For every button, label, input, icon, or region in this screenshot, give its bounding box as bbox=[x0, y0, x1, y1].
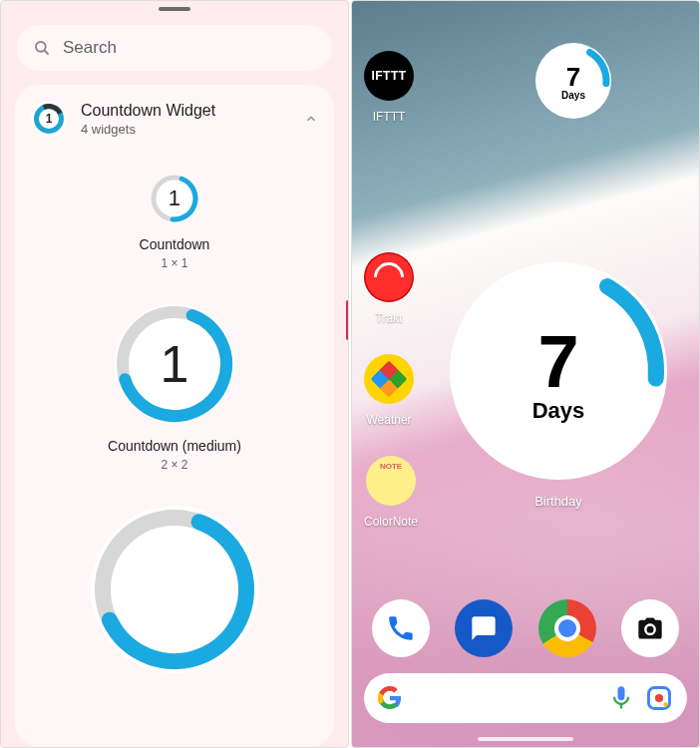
app-label: Weather bbox=[366, 413, 411, 427]
svg-point-13 bbox=[663, 702, 667, 706]
dock-messages[interactable] bbox=[455, 599, 513, 657]
widget-search-bar[interactable]: Search bbox=[17, 25, 332, 71]
app-label: IFTTT bbox=[373, 110, 406, 124]
widget-preview-medium[interactable]: 1 Countdown (medium) 2 × 2 bbox=[108, 304, 241, 472]
lens-icon[interactable] bbox=[645, 684, 673, 712]
mic-icon[interactable] bbox=[607, 684, 635, 712]
app-label: ColorNote bbox=[364, 515, 418, 529]
app-trakt[interactable]: Trakt bbox=[364, 252, 414, 326]
weather-app-icon bbox=[364, 354, 414, 404]
preview-size: 1 × 1 bbox=[161, 256, 187, 270]
app-colornote[interactable]: ColorNote bbox=[364, 456, 418, 530]
ring-large-preview bbox=[91, 506, 258, 673]
widget-unit: Days bbox=[532, 398, 585, 424]
widget-picker-pane: Search 1 Countdown Widget 4 widgets 1 bbox=[0, 0, 349, 748]
widget-app-subtitle: 4 widgets bbox=[81, 122, 304, 137]
dock bbox=[364, 599, 687, 657]
preview-value: 1 bbox=[161, 334, 189, 394]
nav-gesture-bar[interactable] bbox=[478, 737, 573, 741]
countdown-widget-big[interactable]: 7 Days bbox=[450, 262, 667, 480]
widget-preview-list: 1 Countdown 1 × 1 1 Countdown (medium) 2… bbox=[15, 145, 334, 747]
countdown-app-icon: 1 bbox=[31, 101, 67, 137]
chevron-up-icon bbox=[304, 112, 318, 126]
dock-phone[interactable] bbox=[372, 599, 430, 657]
countdown-ring-icon bbox=[91, 506, 258, 673]
ifttt-badge-text: IFTTT bbox=[371, 69, 406, 83]
dock-camera[interactable] bbox=[621, 599, 679, 657]
camera-icon bbox=[636, 614, 664, 642]
ring-small-preview: 1 bbox=[151, 175, 198, 222]
app-label: Trakt bbox=[376, 311, 403, 325]
dock-chrome[interactable] bbox=[538, 599, 596, 657]
google-g-icon bbox=[378, 686, 402, 710]
drag-handle-icon[interactable] bbox=[159, 7, 190, 11]
ring-medium-preview: 1 bbox=[115, 304, 234, 424]
colornote-app-icon bbox=[366, 456, 416, 506]
sheet-handle-area[interactable] bbox=[1, 1, 348, 11]
app-weather[interactable]: Weather bbox=[364, 354, 414, 428]
widget-preview-large[interactable] bbox=[91, 506, 258, 673]
svg-point-10 bbox=[646, 626, 653, 633]
home-screen-pane: IFTTT IFTTT Trakt Weather ColorNote 7 Da… bbox=[351, 0, 700, 748]
widget-unit: Days bbox=[561, 90, 585, 101]
preview-label: Countdown (medium) bbox=[108, 438, 241, 454]
app-icon-value: 1 bbox=[46, 112, 53, 126]
widget-value: 7 bbox=[537, 319, 578, 404]
search-icon bbox=[33, 39, 51, 57]
svg-point-12 bbox=[655, 694, 663, 702]
app-ifttt[interactable]: IFTTT IFTTT bbox=[364, 51, 414, 125]
preview-value: 1 bbox=[169, 186, 180, 211]
ifttt-app-icon: IFTTT bbox=[364, 51, 414, 101]
countdown-widget-small[interactable]: 7 Days bbox=[535, 43, 611, 119]
widget-preview-small[interactable]: 1 Countdown 1 × 1 bbox=[140, 175, 210, 270]
google-search-bar[interactable] bbox=[364, 673, 687, 723]
scroll-indicator-icon bbox=[346, 300, 349, 340]
widget-value: 7 bbox=[566, 62, 580, 93]
search-placeholder: Search bbox=[63, 38, 117, 58]
widget-app-title: Countdown Widget bbox=[81, 102, 304, 120]
messages-icon bbox=[470, 614, 498, 642]
widget-app-card: 1 Countdown Widget 4 widgets 1 Countdown… bbox=[15, 85, 334, 747]
widget-caption: Birthday bbox=[450, 494, 667, 509]
preview-label: Countdown bbox=[140, 236, 210, 252]
svg-line-1 bbox=[44, 50, 48, 54]
svg-point-7 bbox=[91, 506, 258, 673]
widget-app-header[interactable]: 1 Countdown Widget 4 widgets bbox=[15, 85, 334, 145]
preview-size: 2 × 2 bbox=[161, 458, 187, 472]
phone-icon bbox=[387, 614, 415, 642]
trakt-app-icon bbox=[364, 252, 414, 302]
